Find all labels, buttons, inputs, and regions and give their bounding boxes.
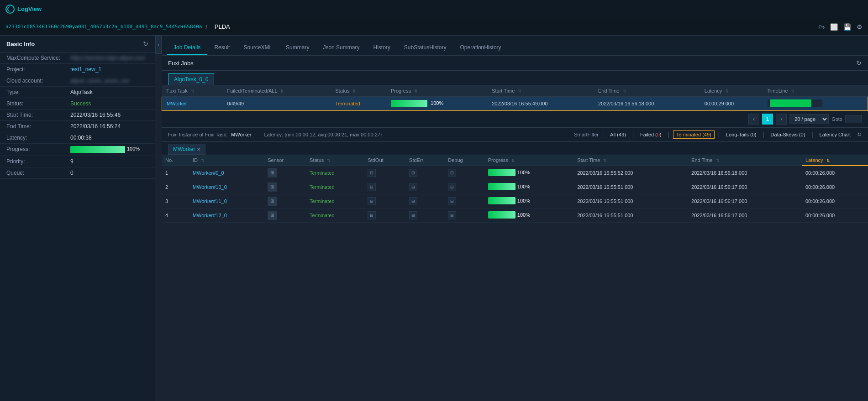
- instance-table-row[interactable]: 1 MWorker#0_0 ⊞ Terminated ⊟ ⊟ ⊟ 100% 20…: [162, 166, 868, 180]
- cell-fuxi-task[interactable]: MWorker: [162, 97, 223, 111]
- instance-table-row[interactable]: 2 MWorker#10_0 ⊞ Terminated ⊟ ⊟ ⊟ 100% 2…: [162, 180, 868, 194]
- goto-input[interactable]: [845, 115, 862, 123]
- col-start-time: Start Time ⇅: [487, 85, 594, 97]
- sidebar-value-endtime: 2022/03/16 16:56:24: [70, 123, 148, 130]
- tab-source-xml[interactable]: SourceXML: [237, 41, 279, 55]
- sensor-icon[interactable]: ⊞: [268, 197, 277, 206]
- cell-sensor[interactable]: ⊞: [264, 194, 306, 208]
- filter-failed-button[interactable]: Failed (0): [637, 131, 664, 138]
- sidebar-label-type: Type:: [6, 89, 70, 95]
- tab-job-details[interactable]: Job Details: [167, 41, 207, 55]
- tab-substatus-history[interactable]: SubStatusHistory: [398, 41, 453, 55]
- cell-id[interactable]: MWorker#0_0: [189, 166, 264, 180]
- tab-operation-history[interactable]: OperationHistory: [454, 41, 508, 55]
- stdout-icon[interactable]: ⊟: [368, 211, 376, 219]
- sidebar-value-priority: 9: [70, 158, 148, 165]
- page-1-button[interactable]: 1: [762, 114, 773, 125]
- algo-task-tab[interactable]: AlgoTask_0_0: [168, 73, 214, 85]
- window-icon[interactable]: ⬜: [830, 23, 838, 31]
- filter-data-skews-button[interactable]: Data-Skews (0): [768, 131, 808, 138]
- sidebar-row-account: Cloud account: aliyun_xxxxx_xxxxx_xxx: [0, 75, 155, 87]
- cell-debug[interactable]: ⊟: [444, 194, 484, 208]
- cell-id[interactable]: MWorker#11_0: [189, 194, 264, 208]
- page-size-select[interactable]: 20 / page 50 / page 100 / page: [789, 114, 829, 124]
- stderr-icon[interactable]: ⊟: [409, 211, 417, 219]
- sensor-icon[interactable]: ⊞: [268, 168, 277, 177]
- sensor-icon[interactable]: ⊞: [268, 211, 277, 220]
- cell-latency: 00:00:29.000: [700, 97, 763, 111]
- fuxi-table-wrapper: Fuxi Task ⇅ Failed/Terminated/ALL ⇅ Stat…: [162, 85, 868, 111]
- cell-sensor[interactable]: ⊞: [264, 180, 306, 194]
- logo-icon: [5, 5, 15, 14]
- filter-buttons: SmartFilter | All (49) | Failed (0) | Te…: [574, 130, 862, 139]
- cell-debug[interactable]: ⊟: [444, 180, 484, 194]
- cell-stdout[interactable]: ⊟: [364, 180, 405, 194]
- cell-latency: 00:00:26.000: [802, 166, 868, 180]
- stderr-icon[interactable]: ⊟: [409, 197, 417, 205]
- filter-refresh-icon[interactable]: ↻: [857, 131, 862, 138]
- filter-terminated-button[interactable]: Terminated (49): [673, 130, 715, 139]
- filter-all-button[interactable]: All (49): [607, 131, 629, 138]
- cell-start-time: 2022/03/16 16:55:51.000: [573, 180, 688, 194]
- sidebar-label-status: Status:: [6, 100, 70, 107]
- instance-col-start-time: Start Time ⇅: [573, 155, 688, 166]
- debug-icon[interactable]: ⊟: [448, 197, 456, 205]
- instance-tab-mworker[interactable]: MWorker ✕: [168, 144, 205, 155]
- collapse-button[interactable]: ‹: [155, 36, 162, 54]
- tab-history[interactable]: History: [367, 41, 396, 55]
- instance-table-row[interactable]: 3 MWorker#11_0 ⊞ Terminated ⊟ ⊟ ⊟ 100% 2…: [162, 194, 868, 208]
- tab-bar: Job Details Result SourceXML Summary Jso…: [162, 36, 868, 56]
- fuxi-jobs-header: Fuxi Jobs ↻: [162, 56, 868, 71]
- stdout-icon[interactable]: ⊟: [368, 183, 376, 191]
- filter-long-tails-button[interactable]: Long-Tails (0): [723, 131, 759, 138]
- cell-id[interactable]: MWorker#12_0: [189, 208, 264, 222]
- cell-stdout[interactable]: ⊟: [364, 194, 405, 208]
- close-tab-icon[interactable]: ✕: [197, 147, 200, 152]
- next-page-button[interactable]: ›: [776, 114, 787, 125]
- cell-debug[interactable]: ⊟: [444, 208, 484, 222]
- debug-icon[interactable]: ⊟: [448, 183, 456, 191]
- sidebar-refresh-icon[interactable]: ↻: [143, 40, 148, 47]
- tab-summary[interactable]: Summary: [279, 41, 316, 55]
- instance-col-sensor: Sensor: [264, 155, 306, 166]
- sidebar-progress-bar: [70, 146, 125, 153]
- sidebar-value-project[interactable]: test1_new_1: [70, 66, 148, 73]
- settings-icon[interactable]: ⚙: [857, 23, 863, 31]
- cell-latency: 00:00:26.000: [802, 208, 868, 222]
- filter-latency-chart-button[interactable]: Latency Chart: [817, 131, 853, 138]
- filter-task-name: MWorker: [231, 132, 251, 137]
- cell-stderr[interactable]: ⊟: [405, 208, 444, 222]
- stderr-icon[interactable]: ⊟: [409, 183, 417, 191]
- sensor-icon[interactable]: ⊞: [268, 182, 277, 192]
- prev-page-button[interactable]: ‹: [748, 114, 759, 125]
- cell-stderr[interactable]: ⊟: [405, 194, 444, 208]
- sidebar-value-account: aliyun_xxxxx_xxxxx_xxx: [70, 78, 148, 84]
- debug-icon[interactable]: ⊟: [448, 169, 456, 177]
- cell-stderr[interactable]: ⊟: [405, 180, 444, 194]
- stderr-icon[interactable]: ⊟: [409, 169, 417, 177]
- sidebar: Basic Info ↻ MaxCompute Service: https:/…: [0, 36, 155, 401]
- instance-table-row[interactable]: 4 MWorker#12_0 ⊞ Terminated ⊟ ⊟ ⊟ 100% 2…: [162, 208, 868, 222]
- stdout-icon[interactable]: ⊟: [368, 197, 376, 205]
- cell-stdout[interactable]: ⊟: [364, 166, 405, 180]
- fuxi-jobs-refresh-icon[interactable]: ↻: [856, 59, 862, 67]
- cell-stderr[interactable]: ⊟: [405, 166, 444, 180]
- cell-stdout[interactable]: ⊟: [364, 208, 405, 222]
- stdout-icon[interactable]: ⊟: [368, 169, 376, 177]
- folder-icon[interactable]: 🗁: [818, 23, 825, 31]
- app-logo: LogView: [5, 5, 42, 14]
- debug-icon[interactable]: ⊟: [448, 211, 456, 219]
- save-icon[interactable]: 💾: [843, 23, 851, 31]
- tab-result[interactable]: Result: [208, 41, 236, 55]
- algo-task-tab-bar: AlgoTask_0_0: [162, 71, 868, 85]
- fuxi-table-row[interactable]: MWorker 0/49/49 Terminated 100% 2022/03/…: [162, 97, 868, 111]
- smart-filter-label[interactable]: SmartFilter: [574, 132, 599, 137]
- instance-col-latency[interactable]: Latency ⇅: [802, 155, 868, 166]
- cell-id[interactable]: MWorker#10_0: [189, 180, 264, 194]
- cell-debug[interactable]: ⊟: [444, 166, 484, 180]
- tab-json-summary[interactable]: Json Summary: [316, 41, 366, 55]
- cell-failed-terminated-all: 0/49/49: [223, 97, 331, 111]
- cell-sensor[interactable]: ⊞: [264, 166, 306, 180]
- cell-sensor[interactable]: ⊞: [264, 208, 306, 222]
- cell-progress: 100%: [484, 180, 573, 194]
